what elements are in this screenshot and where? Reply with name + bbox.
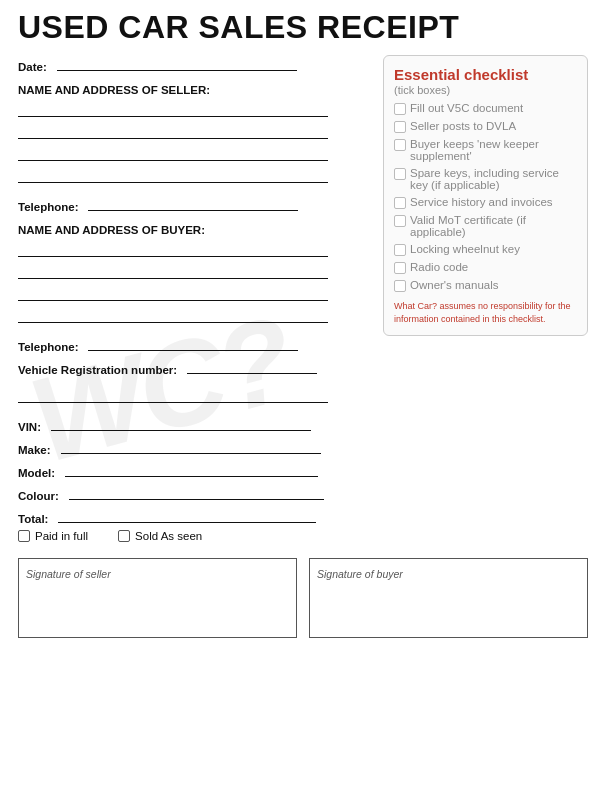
right-column: Essential checklist (tick boxes) Fill ou… — [383, 55, 588, 336]
buyer-telephone-row: Telephone: — [18, 335, 373, 353]
disclaimer-brand: What Car? — [394, 301, 437, 311]
checklist-text-8: Owner's manuals — [410, 279, 498, 291]
checklist-text-3: Spare keys, including service key (if ap… — [410, 167, 577, 191]
checklist-text-6: Locking wheelnut key — [410, 243, 520, 255]
checklist-item-4[interactable]: Service history and invoices — [394, 196, 577, 209]
checklist-item-3[interactable]: Spare keys, including service key (if ap… — [394, 167, 577, 191]
content: USED CAR SALES RECEIPT Date: NAME AND AD… — [18, 10, 588, 638]
seller-heading: NAME AND ADDRESS OF SELLER: — [18, 84, 367, 96]
paid-in-full-item[interactable]: Paid in full — [18, 530, 88, 542]
make-field[interactable] — [61, 438, 321, 454]
sold-as-seen-checkbox[interactable] — [118, 530, 130, 542]
buyer-address-lines — [18, 241, 373, 323]
buyer-signature-box[interactable]: Signature of buyer — [309, 558, 588, 638]
model-label: Model: — [18, 467, 55, 479]
checklist-checkbox-8[interactable] — [394, 280, 406, 292]
checklist-item-2[interactable]: Buyer keeps 'new keeper supplement' — [394, 138, 577, 162]
total-row: Total: — [18, 507, 373, 525]
buyer-heading: NAME AND ADDRESS OF BUYER: — [18, 224, 367, 236]
checklist-checkbox-5[interactable] — [394, 215, 406, 227]
vrn-extra-line[interactable] — [18, 387, 328, 403]
make-label: Make: — [18, 444, 51, 456]
model-field[interactable] — [65, 461, 318, 477]
checklist-panel: Essential checklist (tick boxes) Fill ou… — [383, 55, 588, 336]
date-field[interactable] — [57, 55, 297, 71]
vin-field[interactable] — [51, 415, 311, 431]
buyer-telephone-field[interactable] — [88, 335, 298, 351]
checklist-checkbox-1[interactable] — [394, 121, 406, 133]
sold-as-seen-label: Sold As seen — [135, 530, 202, 542]
checklist-checkbox-6[interactable] — [394, 244, 406, 256]
seller-addr-1[interactable] — [18, 101, 328, 117]
paid-in-full-checkbox[interactable] — [18, 530, 30, 542]
buyer-addr-3[interactable] — [18, 285, 328, 301]
buyer-addr-4[interactable] — [18, 307, 328, 323]
seller-addr-4[interactable] — [18, 167, 328, 183]
checklist-checkbox-7[interactable] — [394, 262, 406, 274]
sold-as-seen-item[interactable]: Sold As seen — [118, 530, 202, 542]
checklist-item-5[interactable]: Valid MoT certificate (if applicable) — [394, 214, 577, 238]
checklist-title: Essential checklist — [394, 66, 577, 83]
page: WC? USED CAR SALES RECEIPT Date: NAME AN… — [0, 0, 606, 807]
checklist-text-1: Seller posts to DVLA — [410, 120, 516, 132]
checklist-checkbox-3[interactable] — [394, 168, 406, 180]
seller-address-lines — [18, 101, 373, 183]
checklist-checkbox-4[interactable] — [394, 197, 406, 209]
checklist-text-0: Fill out V5C document — [410, 102, 523, 114]
checklist-checkbox-2[interactable] — [394, 139, 406, 151]
signature-row: Signature of seller Signature of buyer — [18, 558, 588, 638]
make-row: Make: — [18, 438, 373, 456]
seller-signature-label: Signature of seller — [26, 568, 111, 580]
seller-signature-box[interactable]: Signature of seller — [18, 558, 297, 638]
seller-telephone-row: Telephone: — [18, 195, 373, 213]
total-label: Total: — [18, 513, 48, 525]
checklist-item-7[interactable]: Radio code — [394, 261, 577, 274]
checkboxes-row: Paid in full Sold As seen — [18, 530, 373, 542]
date-label: Date: — [18, 61, 47, 73]
paid-in-full-label: Paid in full — [35, 530, 88, 542]
vin-row: VIN: — [18, 415, 373, 433]
page-title: USED CAR SALES RECEIPT — [18, 10, 588, 45]
checklist-checkbox-0[interactable] — [394, 103, 406, 115]
checklist-disclaimer: What Car? assumes no responsibility for … — [394, 300, 577, 325]
main-layout: Date: NAME AND ADDRESS OF SELLER: Teleph… — [18, 55, 588, 550]
colour-row: Colour: — [18, 484, 373, 502]
vin-label: VIN: — [18, 421, 41, 433]
checklist-text-7: Radio code — [410, 261, 468, 273]
checklist-item-8[interactable]: Owner's manuals — [394, 279, 577, 292]
checklist-text-4: Service history and invoices — [410, 196, 553, 208]
checklist-text-2: Buyer keeps 'new keeper supplement' — [410, 138, 577, 162]
model-row: Model: — [18, 461, 373, 479]
buyer-telephone-label: Telephone: — [18, 341, 78, 353]
left-column: Date: NAME AND ADDRESS OF SELLER: Teleph… — [18, 55, 373, 550]
buyer-addr-2[interactable] — [18, 263, 328, 279]
checklist-item-0[interactable]: Fill out V5C document — [394, 102, 577, 115]
seller-addr-2[interactable] — [18, 123, 328, 139]
total-field[interactable] — [58, 507, 316, 523]
buyer-addr-1[interactable] — [18, 241, 328, 257]
date-row: Date: — [18, 55, 373, 73]
checklist-item-6[interactable]: Locking wheelnut key — [394, 243, 577, 256]
vrn-row: Vehicle Registration number: — [18, 358, 373, 376]
seller-telephone-label: Telephone: — [18, 201, 78, 213]
buyer-signature-label: Signature of buyer — [317, 568, 403, 580]
colour-field[interactable] — [69, 484, 324, 500]
checklist-item-1[interactable]: Seller posts to DVLA — [394, 120, 577, 133]
checklist-text-5: Valid MoT certificate (if applicable) — [410, 214, 577, 238]
vrn-field[interactable] — [187, 358, 317, 374]
seller-telephone-field[interactable] — [88, 195, 298, 211]
vrn-label: Vehicle Registration number: — [18, 364, 177, 376]
seller-addr-3[interactable] — [18, 145, 328, 161]
checklist-subtitle: (tick boxes) — [394, 84, 577, 96]
colour-label: Colour: — [18, 490, 59, 502]
